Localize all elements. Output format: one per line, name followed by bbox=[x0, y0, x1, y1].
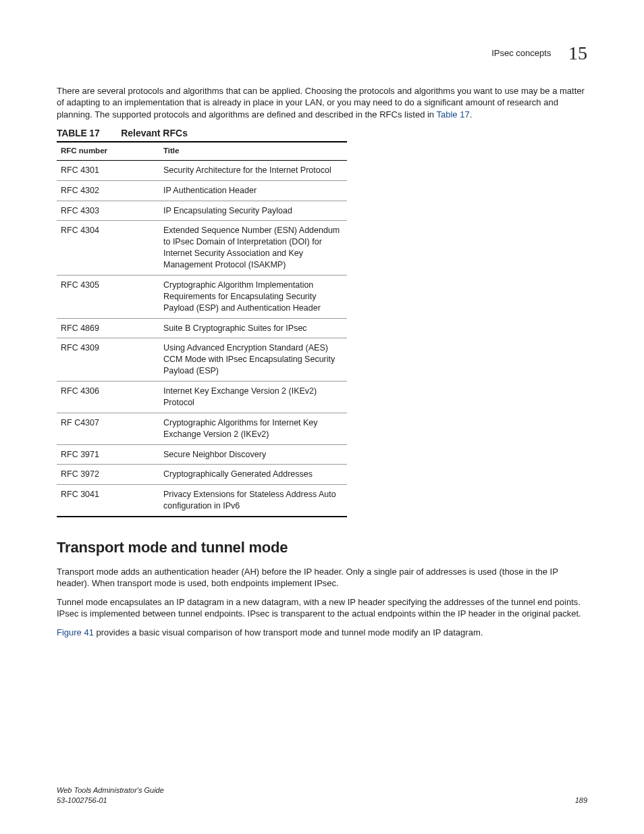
content-body: There are several protocols and algorith… bbox=[57, 85, 587, 639]
rfc-title-cell: Internet Key Exchange Version 2 (IKEv2) … bbox=[159, 382, 347, 413]
table-title: Relevant RFCs bbox=[121, 128, 188, 138]
table-row: RFC 4309Using Advanced Encryption Standa… bbox=[57, 338, 347, 382]
intro-text: There are several protocols and algorith… bbox=[57, 86, 585, 120]
footer-left: Web Tools Administrator's Guide 53-10027… bbox=[57, 785, 164, 806]
rfc-title-cell: IP Authentication Header bbox=[159, 180, 347, 201]
rfc-number-cell: RFC 4304 bbox=[57, 221, 159, 276]
rfc-title-cell: Cryptographically Generated Addresses bbox=[159, 465, 347, 485]
rfc-number-cell: RFC 4869 bbox=[57, 318, 159, 338]
rfc-number-cell: RFC 3972 bbox=[57, 465, 159, 485]
table-row: RFC 4305Cryptographic Algorithm Implemen… bbox=[57, 275, 347, 318]
rfc-number-cell: RFC 4303 bbox=[57, 201, 159, 221]
section-heading-transport-tunnel: Transport mode and tunnel mode bbox=[57, 538, 587, 558]
footer-doc-title: Web Tools Administrator's Guide bbox=[57, 785, 164, 796]
relevant-rfcs-table: RFC number Title RFC 4301Security Archit… bbox=[57, 141, 347, 517]
rfc-number-cell: RF C4307 bbox=[57, 413, 159, 444]
figure-41-link[interactable]: Figure 41 bbox=[57, 627, 94, 637]
page: IPsec concepts 15 There are several prot… bbox=[0, 0, 644, 834]
table-row: RFC 4306Internet Key Exchange Version 2 … bbox=[57, 382, 347, 413]
rfc-title-cell: Security Architecture for the Internet P… bbox=[159, 160, 347, 180]
rfc-number-cell: RFC 4301 bbox=[57, 160, 159, 180]
page-footer: Web Tools Administrator's Guide 53-10027… bbox=[57, 785, 587, 806]
rfc-number-cell: RFC 4302 bbox=[57, 180, 159, 201]
rfc-number-cell: RFC 4306 bbox=[57, 382, 159, 413]
rfc-number-cell: RFC 4309 bbox=[57, 338, 159, 382]
col-header-title: Title bbox=[159, 142, 347, 160]
tunnel-mode-paragraph: Tunnel mode encapsulates an IP datagram … bbox=[57, 596, 587, 620]
rfc-title-cell: IP Encapsulating Security Payload bbox=[159, 201, 347, 221]
rfc-title-cell: Cryptographic Algorithms for Internet Ke… bbox=[159, 413, 347, 444]
rfc-title-cell: Secure Neighbor Discovery bbox=[159, 444, 347, 465]
header-section-title: IPsec concepts bbox=[491, 47, 551, 59]
col-header-rfc-number: RFC number bbox=[57, 142, 159, 160]
table-row: RFC 4301Security Architecture for the In… bbox=[57, 160, 347, 180]
intro-paragraph: There are several protocols and algorith… bbox=[57, 85, 587, 121]
table-row: RFC 3971Secure Neighbor Discovery bbox=[57, 444, 347, 465]
rfc-title-cell: Using Advanced Encryption Standard (AES)… bbox=[159, 338, 347, 382]
rfc-title-cell: Privacy Extensions for Stateless Address… bbox=[159, 485, 347, 517]
figure-ref-tail: provides a basic visual comparison of ho… bbox=[94, 627, 483, 637]
table-header-row: RFC number Title bbox=[57, 142, 347, 160]
transport-mode-paragraph: Transport mode adds an authentication he… bbox=[57, 566, 587, 590]
table-row: RFC 3972Cryptographically Generated Addr… bbox=[57, 465, 347, 485]
footer-doc-id: 53-1002756-01 bbox=[57, 796, 164, 806]
table-row: RFC 3041Privacy Extensions for Stateless… bbox=[57, 485, 347, 517]
table-row: RFC 4302IP Authentication Header bbox=[57, 180, 347, 201]
rfc-title-cell: Cryptographic Algorithm Implementation R… bbox=[159, 275, 347, 318]
figure-reference-paragraph: Figure 41 provides a basic visual compar… bbox=[57, 627, 587, 639]
table-row: RFC 4304Extended Sequence Number (ESN) A… bbox=[57, 221, 347, 276]
intro-tail: . bbox=[470, 109, 473, 120]
table-17-link[interactable]: Table 17 bbox=[436, 109, 469, 120]
rfc-number-cell: RFC 3971 bbox=[57, 444, 159, 465]
rfc-title-cell: Suite B Cryptographic Suites for IPsec bbox=[159, 318, 347, 338]
header-chapter-number: 15 bbox=[568, 41, 587, 66]
rfc-number-cell: RFC 3041 bbox=[57, 485, 159, 517]
table-caption: TABLE 17 Relevant RFCs bbox=[57, 127, 587, 140]
table-row: RF C4307Cryptographic Algorithms for Int… bbox=[57, 413, 347, 444]
running-header: IPsec concepts 15 bbox=[57, 41, 587, 66]
footer-page-number: 189 bbox=[575, 796, 587, 806]
rfc-number-cell: RFC 4305 bbox=[57, 275, 159, 318]
rfc-title-cell: Extended Sequence Number (ESN) Addendum … bbox=[159, 221, 347, 276]
table-label: TABLE 17 bbox=[57, 128, 100, 138]
table-row: RFC 4303IP Encapsulating Security Payloa… bbox=[57, 201, 347, 221]
table-row: RFC 4869Suite B Cryptographic Suites for… bbox=[57, 318, 347, 338]
